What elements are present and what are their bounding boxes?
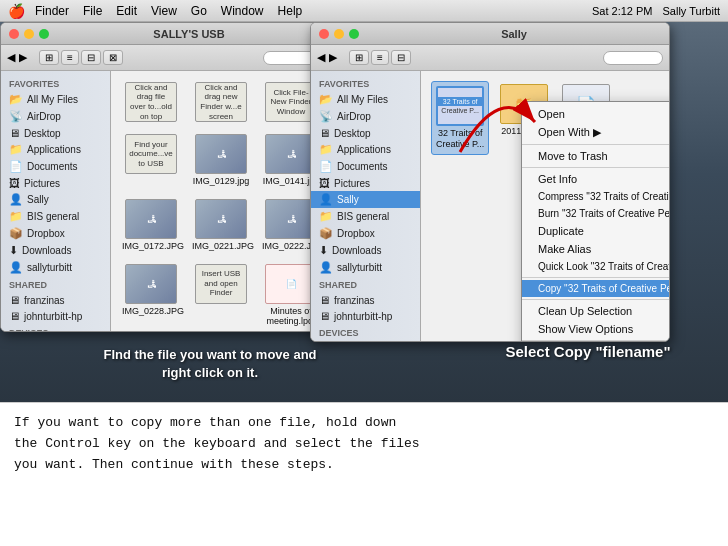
window-body-right: FAVORITES 📂All My Files 📡AirDrop 🖥Deskto… xyxy=(311,71,669,341)
sidebar-right-franzinas[interactable]: 🖥franzinas xyxy=(311,292,420,308)
traffic-lights-right xyxy=(319,29,359,39)
bottom-line-2: the Control key on the keyboard and sele… xyxy=(14,434,714,455)
sidebar-right-airdrop[interactable]: 📡AirDrop xyxy=(311,108,420,125)
context-burn[interactable]: Burn "32 Traits of Creative People.doc" … xyxy=(522,205,669,222)
list-item[interactable]: Find your docume...ve to USB xyxy=(119,131,183,190)
context-get-info[interactable]: Get Info xyxy=(522,170,669,188)
content-area-right: 32 Traits of Creative P... 32 Traits ofC… xyxy=(421,71,669,341)
context-clean-up[interactable]: Clean Up Selection xyxy=(522,302,669,320)
sidebar-sallyturbitt[interactable]: 👤sallyturbitt xyxy=(1,259,110,276)
sidebar-right-all-my-files[interactable]: 📂All My Files xyxy=(311,91,420,108)
bottom-line-3: you want. Then continue with these steps… xyxy=(14,455,714,476)
menu-edit[interactable]: Edit xyxy=(116,4,137,18)
coverflow-btn[interactable]: ⊠ xyxy=(103,50,123,65)
sidebar-pictures[interactable]: 🖼Pictures xyxy=(1,175,110,191)
sidebar-sally[interactable]: 👤Sally xyxy=(1,191,110,208)
sidebar-downloads[interactable]: ⬇Downloads xyxy=(1,242,110,259)
devices-label-right: DEVICES xyxy=(311,324,420,340)
sidebar-right-dropbox[interactable]: 📦Dropbox xyxy=(311,225,420,242)
column-view-btn[interactable]: ⊟ xyxy=(81,50,101,65)
list-item[interactable]: Insert USB and open Finder xyxy=(189,261,253,331)
search-input-right[interactable] xyxy=(603,51,663,65)
menu-help[interactable]: Help xyxy=(278,4,303,18)
sidebar-left: FAVORITES 📂All My Files 📡AirDrop 🖥Deskto… xyxy=(1,71,111,331)
list-item[interactable]: 🏞 IMG_0129.jpg xyxy=(189,131,253,190)
view-icon-btn-right[interactable]: ⊞ xyxy=(349,50,369,65)
context-open[interactable]: Open xyxy=(522,105,669,123)
context-compress[interactable]: Compress "32 Traits of Creative People.d… xyxy=(522,188,669,205)
context-open-with[interactable]: Open With ▶ xyxy=(522,123,669,142)
bottom-text-area: If you want to copy more than one file, … xyxy=(0,402,728,546)
sidebar-right-bis[interactable]: 📁BIS general xyxy=(311,208,420,225)
sidebar-franzinas[interactable]: 🖥franzinas xyxy=(1,292,110,308)
sidebar-right-desktop[interactable]: 🖥Desktop xyxy=(311,125,420,141)
sidebar-right-usb[interactable]: 💾SALLY'S USB xyxy=(311,340,420,341)
sidebar-right-applications[interactable]: 📁Applications xyxy=(311,141,420,158)
back-icon-right[interactable]: ◀ xyxy=(317,51,325,64)
forward-icon-right[interactable]: ▶ xyxy=(329,51,337,64)
sidebar-right-downloads[interactable]: ⬇Downloads xyxy=(311,242,420,259)
context-copy[interactable]: Copy "32 Traits of Creative People.doc" xyxy=(522,280,669,297)
menu-window[interactable]: Window xyxy=(221,4,264,18)
apple-logo-icon: 🍎 xyxy=(8,3,25,19)
devices-label: DEVICES xyxy=(1,324,110,331)
sidebar-right-johnturbitt[interactable]: 🖥johnturbitt-hp xyxy=(311,308,420,324)
window-body-left: FAVORITES 📂All My Files 📡AirDrop 🖥Deskto… xyxy=(1,71,329,331)
shared-label-right: SHARED xyxy=(311,276,420,292)
minimize-button[interactable] xyxy=(24,29,34,39)
menu-file[interactable]: File xyxy=(83,4,102,18)
window-title-left: SALLY'S USB xyxy=(57,28,321,40)
context-duplicate[interactable]: Duplicate xyxy=(522,222,669,240)
sidebar-all-my-files[interactable]: 📂All My Files xyxy=(1,91,110,108)
sidebar-dropbox[interactable]: 📦Dropbox xyxy=(1,225,110,242)
maximize-button-right[interactable] xyxy=(349,29,359,39)
context-sep-4 xyxy=(522,299,669,300)
toolbar-right: ◀ ▶ ⊞ ≡ ⊟ xyxy=(311,45,669,71)
content-area-left: Click and drag file over to...old on top… xyxy=(111,71,329,331)
file-label-32-traits: 32 Traits ofCreative P... xyxy=(436,128,484,150)
close-button-right[interactable] xyxy=(319,29,329,39)
close-button[interactable] xyxy=(9,29,19,39)
forward-icon[interactable]: ▶ xyxy=(19,51,27,64)
file-label: IMG_0172.JPG xyxy=(122,241,180,252)
sidebar-right-pictures[interactable]: 🖼Pictures xyxy=(311,175,420,191)
context-show-view[interactable]: Show View Options xyxy=(522,320,669,338)
sidebar-right-documents[interactable]: 📄Documents xyxy=(311,158,420,175)
context-quick-look[interactable]: Quick Look "32 Traits of Creative People… xyxy=(522,258,669,275)
list-item[interactable]: 🏞 IMG_0172.JPG xyxy=(119,196,183,255)
column-view-btn-right[interactable]: ⊟ xyxy=(391,50,411,65)
traffic-lights-left xyxy=(9,29,49,39)
menu-go[interactable]: Go xyxy=(191,4,207,18)
list-view-btn[interactable]: ≡ xyxy=(61,50,79,65)
bottom-line-1: If you want to copy more than one file, … xyxy=(14,413,714,434)
list-item[interactable]: Click and drag file over to...old on top xyxy=(119,79,183,125)
sidebar-documents[interactable]: 📄Documents xyxy=(1,158,110,175)
sidebar-bis-general[interactable]: 📁BIS general xyxy=(1,208,110,225)
view-icon-btn[interactable]: ⊞ xyxy=(39,50,59,65)
finder-window-left: SALLY'S USB ◀ ▶ ⊞ ≡ ⊟ ⊠ FAVORITES 📂All M… xyxy=(0,22,330,332)
menubar: 🍎 Finder File Edit View Go Window Help S… xyxy=(0,0,728,22)
context-make-alias[interactable]: Make Alias xyxy=(522,240,669,258)
list-item[interactable]: Click and drag new Finder w...e screen xyxy=(189,79,253,125)
context-move-trash[interactable]: Move to Trash xyxy=(522,147,669,165)
annotation-right: Select Copy "filename" xyxy=(498,341,678,362)
window-title-right: Sally xyxy=(367,28,661,40)
sidebar-applications[interactable]: 📁Applications xyxy=(1,141,110,158)
sidebar-desktop[interactable]: 🖥Desktop xyxy=(1,125,110,141)
sidebar-right-sally[interactable]: 👤Sally xyxy=(311,191,420,208)
minimize-button-right[interactable] xyxy=(334,29,344,39)
list-view-btn-right[interactable]: ≡ xyxy=(371,50,389,65)
context-sep-1 xyxy=(522,144,669,145)
list-item[interactable]: 🏞 IMG_0221.JPG xyxy=(189,196,253,255)
file-32-traits[interactable]: 32 Traits of Creative P... 32 Traits ofC… xyxy=(431,81,489,155)
sidebar-right-sallyturbitt[interactable]: 👤sallyturbitt xyxy=(311,259,420,276)
menu-finder[interactable]: Finder xyxy=(35,4,69,18)
sidebar-airdrop[interactable]: 📡AirDrop xyxy=(1,108,110,125)
menu-view[interactable]: View xyxy=(151,4,177,18)
maximize-button[interactable] xyxy=(39,29,49,39)
file-label: IMG_0228.JPG xyxy=(122,306,180,317)
sidebar-johnturbitt[interactable]: 🖥johnturbitt-hp xyxy=(1,308,110,324)
back-icon[interactable]: ◀ xyxy=(7,51,15,64)
list-item[interactable]: 🏞 IMG_0228.JPG xyxy=(119,261,183,331)
sidebar-right: FAVORITES 📂All My Files 📡AirDrop 🖥Deskto… xyxy=(311,71,421,341)
